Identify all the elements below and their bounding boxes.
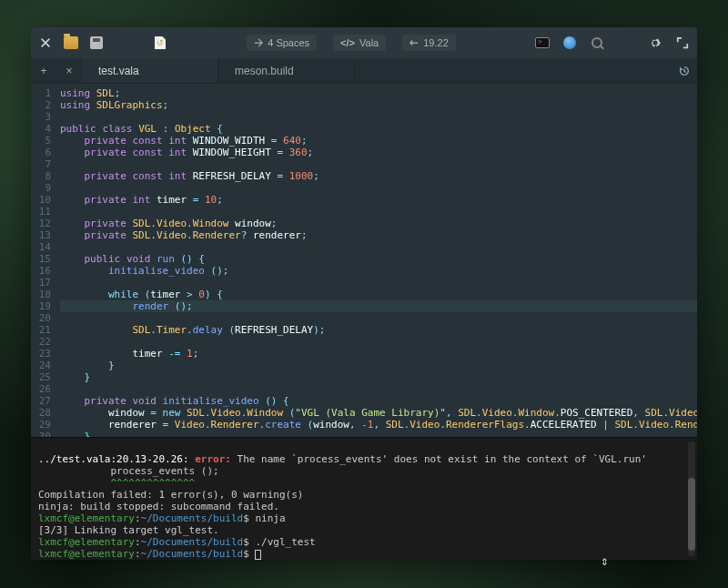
indent-selector[interactable]: 4 Spaces: [247, 35, 317, 51]
cursor-position[interactable]: 19.22: [402, 35, 456, 51]
terminal-error-message: The name `process_events' does not exist…: [231, 453, 647, 465]
browser-preview-icon[interactable]: [562, 35, 577, 50]
editor-window: 4 Spaces </> Vala 19.22 +: [31, 27, 697, 560]
tab-test-vala[interactable]: test.vala: [82, 58, 218, 83]
language-label: Vala: [359, 37, 379, 48]
terminal-compilation-failed: Compilation failed: 1 error(s), 0 warnin…: [38, 489, 303, 501]
tab-label: meson.build: [235, 65, 294, 77]
indent-label: 4 Spaces: [268, 37, 309, 48]
language-selector[interactable]: </> Vala: [333, 35, 386, 51]
terminal-toggle-icon[interactable]: [535, 35, 550, 50]
new-tab-button[interactable]: +: [31, 58, 56, 83]
terminal-ninja-stopped: ninja: build stopped: subcommand failed.: [38, 501, 279, 512]
line-number-gutter: 1234567891011121314151617181920212223242…: [31, 84, 56, 437]
integrated-terminal[interactable]: ../test.vala:20.13-20.26: error: The nam…: [31, 437, 697, 560]
close-icon[interactable]: [38, 35, 53, 50]
terminal-error-source-line: process_events ();: [38, 465, 219, 477]
terminal-scrollbar[interactable]: [688, 441, 695, 556]
terminal-prompt-path: ~/Documents/build: [141, 512, 244, 524]
save-icon[interactable]: [89, 35, 104, 50]
code-editor[interactable]: 1234567891011121314151617181920212223242…: [31, 84, 697, 437]
maximize-icon[interactable]: [675, 35, 690, 50]
tab-label: test.vala: [98, 65, 139, 77]
tab-history-icon[interactable]: [672, 58, 697, 83]
terminal-command: ./vgl_test: [249, 536, 316, 548]
titlebar: 4 Spaces </> Vala 19.22: [31, 27, 697, 58]
tab-meson-build[interactable]: meson.build: [218, 58, 355, 83]
terminal-command: ninja: [249, 512, 286, 524]
settings-gear-icon[interactable]: [648, 35, 662, 50]
terminal-prompt-user: lxmcf@elementary: [38, 512, 135, 524]
tab-bar: + × test.vala meson.build: [31, 58, 697, 84]
terminal-error-location: ../test.vala:20.13-20.26:: [38, 453, 189, 465]
cursor-position-label: 19.22: [423, 37, 449, 48]
close-tab-button[interactable]: ×: [56, 58, 82, 83]
terminal-error-tag: error:: [195, 453, 231, 465]
terminal-cursor: [255, 550, 261, 560]
zoom-icon[interactable]: [590, 35, 604, 50]
terminal-scrollbar-thumb[interactable]: [688, 478, 695, 551]
terminal-error-caret: ^^^^^^^^^^^^^^: [38, 477, 195, 489]
revert-icon[interactable]: [153, 35, 167, 50]
open-folder-icon[interactable]: [64, 35, 78, 50]
code-area[interactable]: using SDL;using SDLGraphics;public class…: [56, 84, 697, 437]
terminal-link-output: [3/3] Linking target vgl_test.: [38, 524, 219, 536]
